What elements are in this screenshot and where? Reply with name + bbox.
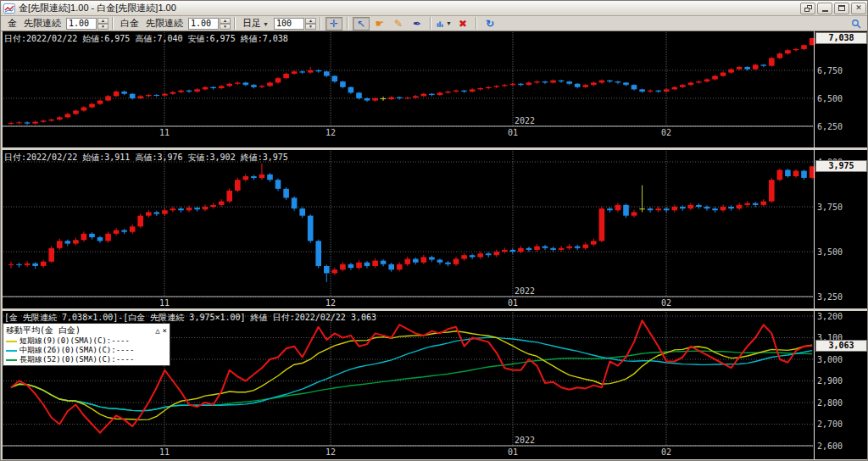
svg-text:11: 11 [159,447,170,457]
maximize-icon [838,5,845,11]
legend-close-button[interactable]: × [163,326,167,335]
minimize-icon [822,10,828,12]
minimize-button[interactable] [817,3,832,14]
svg-text:2,900: 2,900 [817,376,843,386]
svg-text:2022: 2022 [515,286,535,296]
svg-text:02: 02 [661,447,671,457]
spread-info-row: [金 先限連続 7,038×1.00]-[白金 先限連続 3,975×1.00]… [4,312,376,324]
svg-text:3,250: 3,250 [817,292,843,302]
gold-info-row: 日付:2022/02/22 始値:6,975 高値:7,040 安値:6,975… [4,33,288,45]
svg-text:11: 11 [159,128,170,137]
settings-button[interactable] [848,17,865,31]
window-title: 金[先限連続]1.00 - 白金[先限連続]1.00 [19,2,798,14]
svg-text:3,000: 3,000 [817,355,843,364]
svg-text:01: 01 [508,447,518,457]
platinum-ratio-input[interactable] [188,18,219,30]
svg-text:6,750: 6,750 [817,66,843,75]
panel-splitter-1[interactable] [1,147,868,150]
toolbar-separator [320,17,321,30]
pen-tool-button[interactable]: ✒ [409,17,426,31]
toolbar-separator [347,17,348,30]
svg-text:2,800: 2,800 [817,398,843,408]
svg-text:2,600: 2,600 [817,442,843,451]
platinum-info-row: 日付:2022/02/22 始値:3,911 高値:3,976 安値:3,902… [4,152,288,164]
toolbar-separator [112,17,114,30]
platinum-candlestick-chart[interactable]: 1112012022024,0003,7503,5003,250 [1,150,868,308]
svg-text:12: 12 [326,447,336,457]
svg-text:12: 12 [326,298,336,308]
toolbar-separator [476,17,477,30]
svg-text:6,250: 6,250 [817,122,843,131]
toolbar: 金 先限連続 ▲▼ 白金 先限連続 ▲▼ 日足▼ ▲▼ ✛ ↖ ☛ ✎ ✒ ▼ … [1,16,868,31]
titlebar[interactable]: 金[先限連続]1.00 - 白金[先限連続]1.00 ✕ [1,1,868,16]
bar-count-input[interactable] [274,18,304,30]
chart-type-button[interactable]: ▼ [436,17,453,31]
spread-last-price-badge: 3,063 [815,340,867,352]
price-axis-separator [814,31,815,459]
legend-collapse-button[interactable]: △ [155,326,159,335]
maximize-button[interactable] [834,3,849,14]
svg-text:01: 01 [508,298,518,308]
hand-tool-button[interactable]: ☛ [371,17,388,31]
pencil-tool-button[interactable]: ✎ [390,17,407,31]
cursor-icon: ↖ [357,19,365,29]
bar-count-stepper[interactable]: ▲▼ [305,18,316,30]
crosshair-icon: ✛ [330,19,338,29]
platinum-last-price-badge: 3,975 [815,160,867,172]
svg-text:2022: 2022 [515,116,535,125]
gold-series-label: 先限連続 [24,17,61,30]
refresh-icon: ↻ [486,19,494,29]
delete-icon: ✖ [459,19,467,29]
toolbar-separator [234,17,236,30]
svg-text:02: 02 [661,128,671,137]
svg-text:01: 01 [508,128,518,137]
hand-icon: ☛ [376,19,385,29]
crosshair-tool-button[interactable]: ✛ [326,17,342,31]
svg-text:3,500: 3,500 [817,247,843,257]
gold-ratio-input[interactable] [66,18,97,30]
platinum-series-label: 先限連続 [146,17,183,30]
svg-text:2,700: 2,700 [817,419,843,429]
chart-window: 金[先限連続]1.00 - 白金[先限連続]1.00 ✕ 金 先限連続 ▲▼ 白… [0,0,868,461]
delete-drawings-button[interactable]: ✖ [454,17,471,31]
panel-splitter-2[interactable] [1,308,868,311]
svg-text:11: 11 [159,298,170,308]
window-frame-left [1,31,3,461]
select-tool-button[interactable]: ↖ [353,17,370,31]
platinum-symbol-label: 白金 [120,17,139,30]
magnifier-icon [851,19,861,29]
refresh-button[interactable]: ↻ [481,17,498,31]
period-dropdown[interactable]: 日足▼ [242,17,269,30]
platinum-ratio-stepper[interactable]: ▲▼ [220,18,231,30]
svg-text:3,750: 3,750 [817,203,843,212]
chevron-down-icon: ▼ [263,21,269,27]
sma-short-swatch [6,341,17,342]
pen-icon: ✒ [413,19,421,29]
pencil-icon: ✎ [394,19,403,29]
cascade-button[interactable] [800,3,815,14]
svg-text:02: 02 [661,298,671,308]
legend-row-long: 長期線(52)(0)(SMA)(C):---- [6,355,167,364]
gold-last-price-badge: 7,038 [815,32,867,44]
app-icon [3,3,15,14]
svg-text:2022: 2022 [515,436,535,445]
cascade-icon [804,5,812,12]
chevron-down-icon: ▼ [446,20,452,26]
sma-mid-swatch [6,350,17,352]
svg-text:6,500: 6,500 [817,94,843,103]
toolbar-separator [430,17,431,30]
sma-long-swatch [6,359,17,361]
gold-symbol-label: 金 [8,17,17,30]
gold-ratio-stepper[interactable]: ▲▼ [97,18,108,30]
gold-candlestick-chart[interactable]: 1112012022026,7506,5006,250 [1,31,868,147]
moving-average-legend: 移動平均(金 白金) △ × 短期線(9)(0)(SMA)(C):---- 中期… [3,323,170,366]
svg-text:3,200: 3,200 [817,312,843,321]
legend-title: 移動平均(金 白金) [6,325,153,336]
bar-chart-icon [437,19,444,29]
close-button[interactable]: ✕ [851,3,866,14]
svg-text:12: 12 [326,128,336,137]
